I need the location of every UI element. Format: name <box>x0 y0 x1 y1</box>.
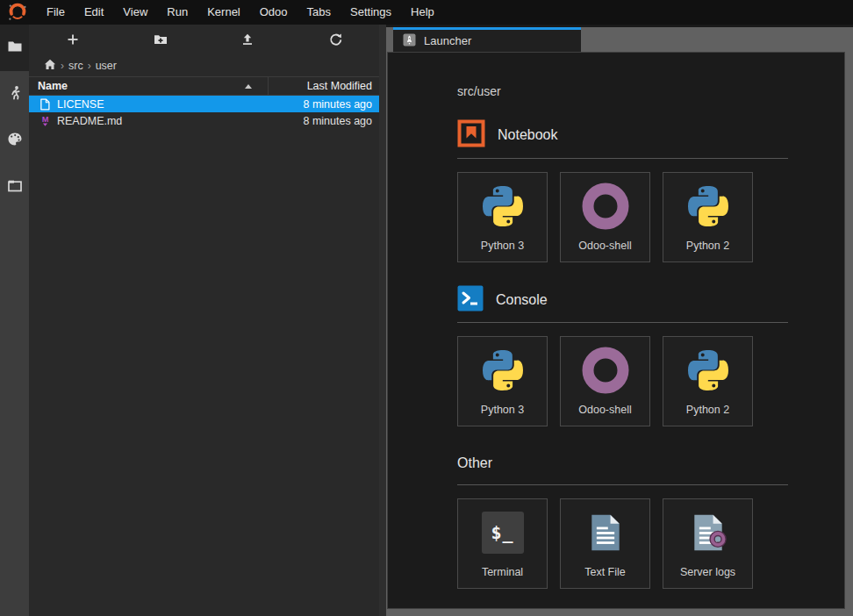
menu-file[interactable]: File <box>37 0 75 25</box>
sidebar-tab-open-tabs[interactable] <box>0 164 29 211</box>
breadcrumb-item-user[interactable]: user <box>96 60 117 72</box>
menu-view[interactable]: View <box>113 0 157 25</box>
section-title: Other <box>457 455 492 471</box>
new-launcher-button[interactable] <box>29 25 117 54</box>
launcher-cwd: src/user <box>457 84 809 98</box>
file-icon <box>39 97 51 111</box>
python-logo <box>688 173 728 240</box>
launcher-rocket-icon <box>403 33 416 49</box>
menu-help[interactable]: Help <box>401 0 444 25</box>
card-label: Python 2 <box>686 240 729 252</box>
file-modified: 8 minutes ago <box>303 98 379 111</box>
python-logo <box>688 337 728 404</box>
launcher-card-console-odoo-shell[interactable]: Odoo-shell <box>560 336 650 426</box>
launcher-card-notebook-python2[interactable]: Python 2 <box>663 172 753 262</box>
tab-launcher-label: Launcher <box>424 34 471 47</box>
terminal-icon: $_ <box>482 499 524 566</box>
jupyterlab-window: File Edit View Run Kernel Odoo Tabs Sett… <box>0 0 853 616</box>
menu-run[interactable]: Run <box>157 0 197 25</box>
file-name: LICENSE <box>57 98 104 111</box>
menu-tabs[interactable]: Tabs <box>297 0 340 25</box>
file-modified: 8 minutes ago <box>303 115 379 127</box>
section-title: Notebook <box>498 127 558 143</box>
running-person-icon <box>7 85 23 104</box>
main-area: › src › user Name Last Modified <box>0 25 853 616</box>
dock-tab-bar: Launcher <box>387 27 845 52</box>
menubar: File Edit View Run Kernel Odoo Tabs Sett… <box>0 0 853 25</box>
breadcrumb-separator: › <box>61 60 64 72</box>
home-icon[interactable] <box>44 59 56 73</box>
file-browser-toolbar <box>29 25 379 54</box>
menu-settings[interactable]: Settings <box>340 0 401 25</box>
refresh-icon <box>328 32 342 47</box>
palette-icon <box>7 132 23 151</box>
console-icon <box>457 285 484 315</box>
folder-icon <box>7 39 23 58</box>
sidebar-tab-commands[interactable] <box>0 118 29 164</box>
svg-text:M: M <box>41 115 48 124</box>
menu-odoo[interactable]: Odoo <box>250 0 297 25</box>
launcher-section-notebook: Notebook Python <box>457 119 788 262</box>
card-label: Server logs <box>680 566 735 578</box>
section-divider <box>457 322 788 323</box>
python-logo <box>483 337 523 404</box>
sidebar-tab-running-sessions[interactable] <box>0 71 29 118</box>
new-folder-button[interactable] <box>117 25 204 54</box>
launcher-card-console-python3[interactable]: Python 3 <box>457 336 548 426</box>
panel-splitter[interactable] <box>379 25 386 616</box>
card-label: Python 2 <box>686 404 729 416</box>
odoo-sh-logo <box>7 2 28 23</box>
file-name: README.md <box>57 115 122 127</box>
open-tabs-icon <box>7 178 23 197</box>
plus-icon <box>66 32 80 47</box>
launcher-card-notebook-python3[interactable]: Python 3 <box>457 172 548 262</box>
sidebar-tab-file-browser[interactable] <box>0 25 29 71</box>
launcher-card-server-logs[interactable]: Server logs <box>663 498 753 589</box>
card-label: Terminal <box>482 566 523 578</box>
dock-area: Launcher src/user <box>386 25 853 616</box>
launcher-card-console-python2[interactable]: Python 2 <box>663 336 753 426</box>
card-label: Odoo-shell <box>578 240 631 252</box>
server-logs-icon <box>687 499 729 566</box>
odoo-ring <box>581 337 630 404</box>
notebook-icon <box>457 119 485 151</box>
file-browser-panel: › src › user Name Last Modified <box>29 25 379 616</box>
odoo-ring <box>581 173 630 240</box>
tab-launcher[interactable]: Launcher <box>393 27 581 52</box>
launcher-card-notebook-odoo-shell[interactable]: Odoo-shell <box>560 172 650 262</box>
new-folder-icon <box>154 32 168 47</box>
file-row-license[interactable]: LICENSE 8 minutes ago <box>29 96 379 112</box>
text-file-icon <box>584 499 627 566</box>
column-header-name[interactable]: Name <box>29 80 268 92</box>
breadcrumb: › src › user <box>29 54 379 76</box>
card-label: Text File <box>584 566 626 578</box>
section-divider <box>457 484 788 485</box>
launcher-section-console: Console Python 3 <box>457 285 788 426</box>
menu-kernel[interactable]: Kernel <box>197 0 250 25</box>
column-header-last-modified[interactable]: Last Modified <box>268 77 379 95</box>
sort-ascending-caret <box>245 84 252 89</box>
python-logo <box>483 173 523 240</box>
menu-edit[interactable]: Edit <box>75 0 113 25</box>
launcher-section-other: Other $_ Terminal <box>457 449 788 589</box>
launcher-panel: src/user Notebook <box>387 52 845 609</box>
activity-sidebar <box>0 25 29 616</box>
card-label: Python 3 <box>481 240 524 252</box>
card-label: Odoo-shell <box>578 404 631 416</box>
section-divider <box>457 158 788 159</box>
file-row-readme[interactable]: M README.md 8 minutes ago <box>29 112 379 129</box>
breadcrumb-separator: › <box>88 60 91 72</box>
refresh-button[interactable] <box>291 25 379 54</box>
markdown-icon: M <box>39 114 51 127</box>
upload-button[interactable] <box>204 25 292 54</box>
launcher-card-terminal[interactable]: $_ Terminal <box>457 498 548 589</box>
file-list-header: Name Last Modified <box>29 76 379 96</box>
column-name-label: Name <box>38 80 68 92</box>
card-label: Python 3 <box>481 404 524 416</box>
upload-icon <box>240 32 254 47</box>
section-title: Console <box>496 292 548 308</box>
launcher-card-text-file[interactable]: Text File <box>560 498 650 589</box>
breadcrumb-item-src[interactable]: src <box>68 60 83 72</box>
